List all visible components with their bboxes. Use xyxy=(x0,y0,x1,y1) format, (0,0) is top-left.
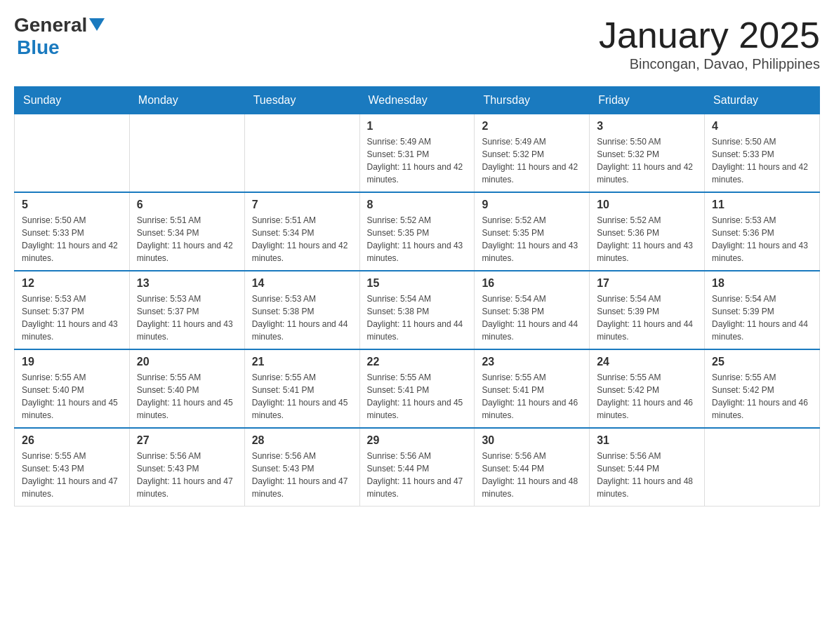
day-number: 30 xyxy=(482,434,582,447)
calendar-cell xyxy=(129,114,244,193)
calendar-cell: 2Sunrise: 5:49 AM Sunset: 5:32 PM Daylig… xyxy=(475,114,590,193)
day-info: Sunrise: 5:56 AM Sunset: 5:43 PM Dayligh… xyxy=(252,450,352,500)
day-info: Sunrise: 5:55 AM Sunset: 5:41 PM Dayligh… xyxy=(367,371,468,422)
day-number: 21 xyxy=(252,356,352,368)
day-info: Sunrise: 5:52 AM Sunset: 5:35 PM Dayligh… xyxy=(482,214,582,264)
day-info: Sunrise: 5:50 AM Sunset: 5:33 PM Dayligh… xyxy=(22,214,122,264)
day-info: Sunrise: 5:54 AM Sunset: 5:38 PM Dayligh… xyxy=(367,293,468,343)
calendar-cell: 21Sunrise: 5:55 AM Sunset: 5:41 PM Dayli… xyxy=(244,349,359,428)
day-number: 6 xyxy=(137,199,237,211)
calendar-cell xyxy=(15,114,130,193)
calendar-cell: 3Sunrise: 5:50 AM Sunset: 5:32 PM Daylig… xyxy=(590,114,705,193)
day-number: 8 xyxy=(367,199,468,211)
calendar-cell: 25Sunrise: 5:55 AM Sunset: 5:42 PM Dayli… xyxy=(705,349,820,428)
page-header: General Blue January 2025 Bincongan, Dav… xyxy=(14,14,820,72)
calendar-cell: 19Sunrise: 5:55 AM Sunset: 5:40 PM Dayli… xyxy=(15,349,130,428)
day-info: Sunrise: 5:52 AM Sunset: 5:36 PM Dayligh… xyxy=(597,214,697,264)
calendar-cell: 26Sunrise: 5:55 AM Sunset: 5:43 PM Dayli… xyxy=(15,428,130,507)
day-info: Sunrise: 5:53 AM Sunset: 5:38 PM Dayligh… xyxy=(252,293,352,343)
logo-line1: General xyxy=(14,14,105,36)
calendar-cell: 31Sunrise: 5:56 AM Sunset: 5:44 PM Dayli… xyxy=(590,428,705,507)
day-info: Sunrise: 5:56 AM Sunset: 5:44 PM Dayligh… xyxy=(482,450,582,500)
day-info: Sunrise: 5:56 AM Sunset: 5:44 PM Dayligh… xyxy=(597,450,697,500)
calendar-cell: 10Sunrise: 5:52 AM Sunset: 5:36 PM Dayli… xyxy=(590,192,705,271)
day-number: 29 xyxy=(367,434,468,447)
week-row-1: 1Sunrise: 5:49 AM Sunset: 5:31 PM Daylig… xyxy=(15,114,820,193)
title-section: January 2025 Bincongan, Davao, Philippin… xyxy=(599,14,820,72)
day-info: Sunrise: 5:49 AM Sunset: 5:32 PM Dayligh… xyxy=(482,135,582,186)
day-info: Sunrise: 5:52 AM Sunset: 5:35 PM Dayligh… xyxy=(367,214,468,264)
day-number: 1 xyxy=(367,120,468,133)
header-cell-monday: Monday xyxy=(129,87,244,114)
calendar-cell: 28Sunrise: 5:56 AM Sunset: 5:43 PM Dayli… xyxy=(244,428,359,507)
day-info: Sunrise: 5:55 AM Sunset: 5:42 PM Dayligh… xyxy=(712,371,812,422)
day-number: 31 xyxy=(597,434,697,447)
day-info: Sunrise: 5:56 AM Sunset: 5:44 PM Dayligh… xyxy=(367,450,468,500)
day-info: Sunrise: 5:55 AM Sunset: 5:40 PM Dayligh… xyxy=(22,371,122,422)
logo: General Blue xyxy=(14,14,105,59)
day-info: Sunrise: 5:53 AM Sunset: 5:37 PM Dayligh… xyxy=(137,293,237,343)
day-number: 18 xyxy=(712,277,812,290)
day-info: Sunrise: 5:53 AM Sunset: 5:36 PM Dayligh… xyxy=(712,214,812,264)
calendar-cell: 18Sunrise: 5:54 AM Sunset: 5:39 PM Dayli… xyxy=(705,271,820,349)
week-row-5: 26Sunrise: 5:55 AM Sunset: 5:43 PM Dayli… xyxy=(15,428,820,507)
day-info: Sunrise: 5:55 AM Sunset: 5:42 PM Dayligh… xyxy=(597,371,697,422)
day-number: 25 xyxy=(712,356,812,368)
calendar-table: SundayMondayTuesdayWednesdayThursdayFrid… xyxy=(14,86,820,507)
calendar-cell: 30Sunrise: 5:56 AM Sunset: 5:44 PM Dayli… xyxy=(475,428,590,507)
calendar-cell: 1Sunrise: 5:49 AM Sunset: 5:31 PM Daylig… xyxy=(359,114,475,193)
day-info: Sunrise: 5:54 AM Sunset: 5:38 PM Dayligh… xyxy=(482,293,582,343)
calendar-cell: 27Sunrise: 5:56 AM Sunset: 5:43 PM Dayli… xyxy=(129,428,244,507)
week-row-4: 19Sunrise: 5:55 AM Sunset: 5:40 PM Dayli… xyxy=(15,349,820,428)
calendar-cell: 29Sunrise: 5:56 AM Sunset: 5:44 PM Dayli… xyxy=(359,428,475,507)
svg-marker-0 xyxy=(89,18,105,31)
calendar-cell: 5Sunrise: 5:50 AM Sunset: 5:33 PM Daylig… xyxy=(15,192,130,271)
calendar-cell: 12Sunrise: 5:53 AM Sunset: 5:37 PM Dayli… xyxy=(15,271,130,349)
day-info: Sunrise: 5:55 AM Sunset: 5:43 PM Dayligh… xyxy=(22,450,122,500)
day-info: Sunrise: 5:50 AM Sunset: 5:32 PM Dayligh… xyxy=(597,135,697,186)
day-number: 19 xyxy=(22,356,122,368)
calendar-cell: 9Sunrise: 5:52 AM Sunset: 5:35 PM Daylig… xyxy=(475,192,590,271)
day-info: Sunrise: 5:49 AM Sunset: 5:31 PM Dayligh… xyxy=(367,135,468,186)
location-title: Bincongan, Davao, Philippines xyxy=(599,56,820,72)
day-info: Sunrise: 5:51 AM Sunset: 5:34 PM Dayligh… xyxy=(137,214,237,264)
day-info: Sunrise: 5:55 AM Sunset: 5:40 PM Dayligh… xyxy=(137,371,237,422)
calendar-cell: 17Sunrise: 5:54 AM Sunset: 5:39 PM Dayli… xyxy=(590,271,705,349)
header-cell-tuesday: Tuesday xyxy=(244,87,359,114)
calendar-cell: 6Sunrise: 5:51 AM Sunset: 5:34 PM Daylig… xyxy=(129,192,244,271)
day-number: 4 xyxy=(712,120,812,133)
day-number: 2 xyxy=(482,120,582,133)
header-cell-thursday: Thursday xyxy=(475,87,590,114)
day-info: Sunrise: 5:56 AM Sunset: 5:43 PM Dayligh… xyxy=(137,450,237,500)
calendar-cell: 20Sunrise: 5:55 AM Sunset: 5:40 PM Dayli… xyxy=(129,349,244,428)
day-number: 23 xyxy=(482,356,582,368)
logo-general-text: General xyxy=(14,14,87,36)
calendar-cell xyxy=(244,114,359,193)
day-number: 5 xyxy=(22,199,122,211)
header-cell-wednesday: Wednesday xyxy=(359,87,475,114)
day-number: 15 xyxy=(367,277,468,290)
day-number: 24 xyxy=(597,356,697,368)
day-number: 7 xyxy=(252,199,352,211)
day-number: 3 xyxy=(597,120,697,133)
header-cell-friday: Friday xyxy=(590,87,705,114)
day-info: Sunrise: 5:53 AM Sunset: 5:37 PM Dayligh… xyxy=(22,293,122,343)
day-info: Sunrise: 5:50 AM Sunset: 5:33 PM Dayligh… xyxy=(712,135,812,186)
calendar-cell: 16Sunrise: 5:54 AM Sunset: 5:38 PM Dayli… xyxy=(475,271,590,349)
calendar-cell: 8Sunrise: 5:52 AM Sunset: 5:35 PM Daylig… xyxy=(359,192,475,271)
day-number: 13 xyxy=(137,277,237,290)
header-row: SundayMondayTuesdayWednesdayThursdayFrid… xyxy=(15,87,820,114)
header-cell-saturday: Saturday xyxy=(705,87,820,114)
day-number: 9 xyxy=(482,199,582,211)
calendar-body: 1Sunrise: 5:49 AM Sunset: 5:31 PM Daylig… xyxy=(15,114,820,507)
logo-blue-text: Blue xyxy=(17,36,105,59)
day-number: 28 xyxy=(252,434,352,447)
calendar-cell: 22Sunrise: 5:55 AM Sunset: 5:41 PM Dayli… xyxy=(359,349,475,428)
calendar-header: SundayMondayTuesdayWednesdayThursdayFrid… xyxy=(15,87,820,114)
day-number: 20 xyxy=(137,356,237,368)
day-number: 17 xyxy=(597,277,697,290)
day-number: 11 xyxy=(712,199,812,211)
day-info: Sunrise: 5:54 AM Sunset: 5:39 PM Dayligh… xyxy=(597,293,697,343)
calendar-cell: 13Sunrise: 5:53 AM Sunset: 5:37 PM Dayli… xyxy=(129,271,244,349)
day-info: Sunrise: 5:55 AM Sunset: 5:41 PM Dayligh… xyxy=(252,371,352,422)
